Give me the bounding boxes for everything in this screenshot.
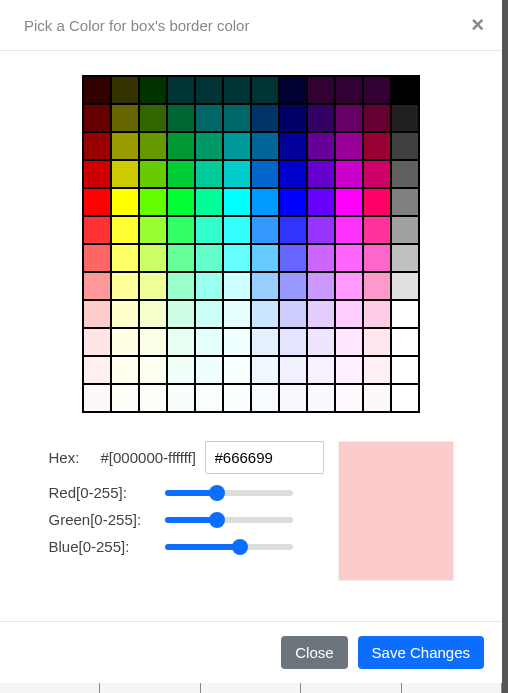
swatch[interactable] <box>111 76 139 104</box>
swatch[interactable] <box>195 328 223 356</box>
swatch[interactable] <box>363 356 391 384</box>
swatch[interactable] <box>279 104 307 132</box>
swatch[interactable] <box>279 272 307 300</box>
swatch[interactable] <box>195 160 223 188</box>
swatch[interactable] <box>251 384 279 412</box>
swatch[interactable] <box>363 104 391 132</box>
blue-slider[interactable] <box>165 544 293 550</box>
red-slider[interactable] <box>165 490 293 496</box>
swatch[interactable] <box>251 104 279 132</box>
swatch[interactable] <box>363 384 391 412</box>
swatch[interactable] <box>83 244 111 272</box>
swatch[interactable] <box>279 76 307 104</box>
swatch[interactable] <box>279 216 307 244</box>
swatch[interactable] <box>307 384 335 412</box>
swatch[interactable] <box>195 216 223 244</box>
swatch[interactable] <box>363 272 391 300</box>
swatch[interactable] <box>335 76 363 104</box>
swatch[interactable] <box>307 272 335 300</box>
swatch[interactable] <box>139 300 167 328</box>
swatch[interactable] <box>251 188 279 216</box>
swatch[interactable] <box>391 272 419 300</box>
swatch[interactable] <box>167 272 195 300</box>
swatch[interactable] <box>139 356 167 384</box>
swatch[interactable] <box>223 160 251 188</box>
swatch[interactable] <box>363 216 391 244</box>
swatch[interactable] <box>363 244 391 272</box>
swatch[interactable] <box>279 188 307 216</box>
swatch[interactable] <box>111 188 139 216</box>
swatch[interactable] <box>111 384 139 412</box>
swatch[interactable] <box>139 384 167 412</box>
swatch[interactable] <box>363 160 391 188</box>
swatch[interactable] <box>83 160 111 188</box>
swatch[interactable] <box>335 356 363 384</box>
swatch[interactable] <box>139 328 167 356</box>
swatch[interactable] <box>223 356 251 384</box>
swatch[interactable] <box>307 132 335 160</box>
swatch[interactable] <box>195 132 223 160</box>
swatch[interactable] <box>307 76 335 104</box>
swatch[interactable] <box>223 132 251 160</box>
swatch[interactable] <box>167 188 195 216</box>
swatch[interactable] <box>363 300 391 328</box>
swatch[interactable] <box>279 356 307 384</box>
swatch[interactable] <box>251 244 279 272</box>
swatch[interactable] <box>391 328 419 356</box>
swatch[interactable] <box>251 300 279 328</box>
save-button[interactable]: Save Changes <box>358 636 484 669</box>
swatch[interactable] <box>195 300 223 328</box>
swatch[interactable] <box>223 216 251 244</box>
swatch[interactable] <box>195 188 223 216</box>
swatch[interactable] <box>279 244 307 272</box>
swatch[interactable] <box>83 300 111 328</box>
swatch[interactable] <box>83 272 111 300</box>
swatch[interactable] <box>363 188 391 216</box>
swatch[interactable] <box>335 328 363 356</box>
swatch[interactable] <box>167 132 195 160</box>
swatch[interactable] <box>83 356 111 384</box>
swatch[interactable] <box>307 328 335 356</box>
swatch[interactable] <box>279 300 307 328</box>
swatch[interactable] <box>391 76 419 104</box>
close-button[interactable]: Close <box>281 636 347 669</box>
swatch[interactable] <box>251 328 279 356</box>
swatch[interactable] <box>83 132 111 160</box>
swatch[interactable] <box>195 76 223 104</box>
swatch[interactable] <box>195 244 223 272</box>
swatch[interactable] <box>223 272 251 300</box>
swatch[interactable] <box>307 300 335 328</box>
swatch[interactable] <box>391 244 419 272</box>
swatch[interactable] <box>391 384 419 412</box>
swatch[interactable] <box>251 272 279 300</box>
swatch[interactable] <box>111 216 139 244</box>
swatch[interactable] <box>111 328 139 356</box>
swatch[interactable] <box>223 328 251 356</box>
swatch[interactable] <box>223 384 251 412</box>
swatch[interactable] <box>391 216 419 244</box>
swatch[interactable] <box>139 76 167 104</box>
swatch[interactable] <box>83 188 111 216</box>
swatch[interactable] <box>111 160 139 188</box>
swatch[interactable] <box>83 76 111 104</box>
green-slider[interactable] <box>165 517 293 523</box>
swatch[interactable] <box>223 244 251 272</box>
swatch[interactable] <box>391 356 419 384</box>
swatch[interactable] <box>167 384 195 412</box>
swatch[interactable] <box>139 272 167 300</box>
swatch[interactable] <box>139 216 167 244</box>
swatch[interactable] <box>279 384 307 412</box>
swatch[interactable] <box>335 300 363 328</box>
swatch[interactable] <box>251 216 279 244</box>
swatch[interactable] <box>195 272 223 300</box>
swatch[interactable] <box>335 272 363 300</box>
swatch[interactable] <box>111 356 139 384</box>
swatch[interactable] <box>251 356 279 384</box>
swatch[interactable] <box>363 76 391 104</box>
swatch[interactable] <box>335 244 363 272</box>
swatch[interactable] <box>83 328 111 356</box>
swatch[interactable] <box>363 132 391 160</box>
swatch[interactable] <box>111 272 139 300</box>
swatch[interactable] <box>167 104 195 132</box>
swatch[interactable] <box>335 132 363 160</box>
